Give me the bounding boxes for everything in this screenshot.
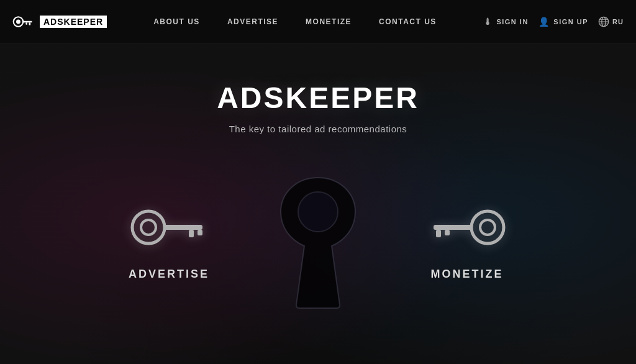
keyhole-center (256, 171, 380, 314)
advertise-key-icon (129, 206, 209, 249)
svg-rect-13 (189, 230, 194, 237)
globe-icon (598, 16, 609, 27)
svg-rect-12 (164, 225, 202, 230)
features-row: ADVERTISE MONETIZE (0, 171, 636, 314)
svg-point-20 (480, 220, 495, 235)
logo[interactable]: ADSKEEPER (12, 16, 107, 28)
navbar: ADSKEEPER ABOUT US ADVERTISE MONETIZE CO… (0, 0, 636, 43)
lang-label: RU (612, 18, 624, 25)
sign-up-label: SIGN UP (553, 18, 588, 25)
sign-in-label: SIGN IN (496, 18, 528, 25)
svg-rect-3 (29, 22, 31, 25)
sign-in-button[interactable]: 🌡 SIGN IN (483, 17, 529, 27)
keyhole-icon (268, 171, 368, 314)
hero-section: ADSKEEPER The key to tailored ad recomme… (0, 43, 636, 165)
monetize-label: MONETIZE (431, 268, 504, 281)
logo-text: ADSKEEPER (40, 16, 107, 28)
nav-advertise[interactable]: ADVERTISE (214, 17, 292, 26)
logo-key-icon (12, 16, 35, 28)
svg-point-11 (141, 220, 156, 235)
advertise-label: ADVERTISE (129, 268, 209, 281)
svg-rect-17 (436, 230, 441, 237)
svg-point-10 (132, 211, 165, 243)
svg-rect-18 (445, 230, 450, 235)
sign-up-icon: 👤 (538, 17, 550, 27)
svg-rect-16 (434, 225, 472, 230)
svg-point-1 (16, 19, 20, 24)
svg-rect-14 (198, 230, 202, 235)
monetize-key-icon (427, 206, 507, 249)
hero-title: ADSKEEPER (217, 81, 419, 115)
nav-about-us[interactable]: ABOUT US (140, 17, 214, 26)
feature-monetize[interactable]: MONETIZE (380, 206, 554, 281)
nav-monetize[interactable]: MONETIZE (292, 17, 365, 26)
svg-point-19 (471, 211, 504, 243)
feature-advertise[interactable]: ADVERTISE (82, 206, 256, 281)
svg-rect-4 (25, 22, 27, 24)
svg-rect-2 (22, 20, 32, 22)
sign-up-button[interactable]: 👤 SIGN UP (538, 17, 588, 27)
sign-in-icon: 🌡 (483, 17, 493, 27)
svg-point-15 (298, 192, 338, 232)
nav-actions: 🌡 SIGN IN 👤 SIGN UP RU (483, 16, 624, 27)
nav-contact-us[interactable]: CONTACT US (365, 17, 450, 26)
language-switcher[interactable]: RU (598, 16, 624, 27)
hero-subtitle: The key to tailored ad recommendations (229, 124, 407, 134)
nav-links: ABOUT US ADVERTISE MONETIZE CONTACT US (140, 17, 450, 26)
